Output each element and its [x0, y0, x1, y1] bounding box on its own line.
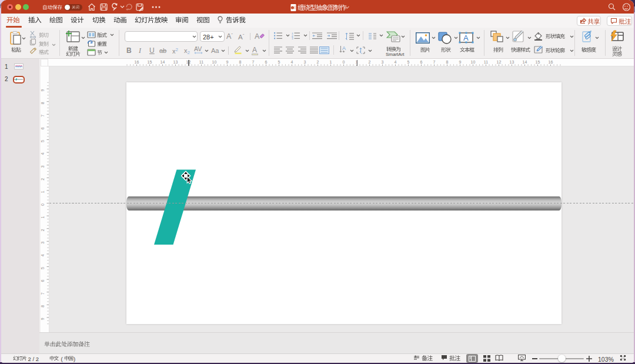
svg-text:2: 2 [41, 178, 45, 181]
svg-text:1: 1 [41, 191, 45, 193]
svg-text:3: 3 [304, 60, 306, 64]
svg-text:0: 0 [41, 203, 45, 206]
svg-text:6: 6 [265, 60, 268, 64]
svg-text:8: 8 [446, 60, 449, 64]
svg-text:4: 4 [41, 254, 45, 256]
svg-text:0: 0 [343, 60, 345, 64]
svg-text:15: 15 [148, 60, 152, 64]
svg-text:12: 12 [497, 60, 502, 64]
svg-text:1: 1 [41, 216, 45, 219]
svg-text:8: 8 [41, 102, 45, 104]
svg-text:7: 7 [41, 115, 45, 117]
svg-text:15: 15 [536, 60, 540, 64]
svg-text:11: 11 [484, 60, 488, 64]
svg-text:16: 16 [135, 60, 139, 64]
svg-text:13: 13 [173, 60, 178, 64]
svg-text:1: 1 [330, 60, 332, 64]
svg-text:AV: AV [194, 46, 202, 52]
svg-text:3: 3 [41, 242, 45, 244]
svg-text:6: 6 [41, 127, 45, 129]
svg-text:6: 6 [420, 60, 423, 64]
svg-text:2: 2 [369, 60, 371, 64]
svg-text:4: 4 [41, 153, 45, 155]
svg-text:3: 3 [41, 165, 45, 168]
svg-text:14: 14 [161, 60, 165, 64]
svg-text:2: 2 [41, 229, 45, 231]
svg-text:10: 10 [212, 60, 217, 64]
svg-text:9: 9 [41, 318, 45, 320]
svg-text:7: 7 [41, 292, 45, 295]
svg-text:5: 5 [41, 267, 45, 269]
svg-text:4: 4 [395, 60, 397, 64]
svg-text:2: 2 [317, 60, 319, 64]
svg-text:5: 5 [407, 60, 410, 64]
svg-text:14: 14 [523, 60, 527, 64]
svg-text:16: 16 [549, 60, 553, 64]
svg-text:5: 5 [278, 60, 280, 64]
svg-text:7: 7 [433, 60, 436, 64]
svg-text:4: 4 [291, 60, 293, 64]
svg-text:A: A [342, 46, 346, 51]
svg-text:3: 3 [382, 60, 384, 64]
svg-text:5: 5 [41, 140, 45, 142]
svg-text:10: 10 [471, 60, 476, 64]
svg-text:A: A [463, 34, 469, 42]
svg-text:11: 11 [199, 60, 203, 64]
svg-text:3: 3 [292, 37, 293, 39]
svg-text:9: 9 [226, 60, 229, 64]
svg-text:9: 9 [41, 89, 45, 92]
svg-text:6: 6 [41, 280, 45, 282]
svg-text:7: 7 [252, 60, 255, 64]
svg-text:8: 8 [41, 305, 45, 308]
svg-text:13: 13 [510, 60, 514, 64]
svg-text:8: 8 [239, 60, 242, 64]
svg-text:9: 9 [459, 60, 462, 64]
